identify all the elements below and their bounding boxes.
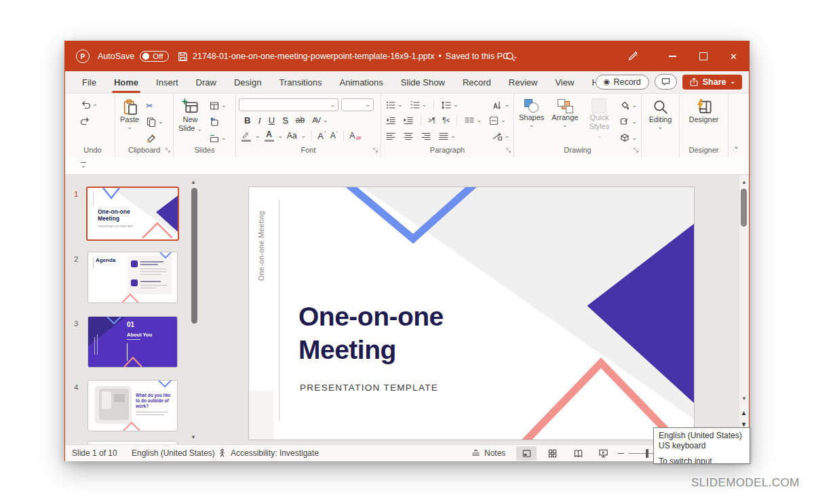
paragraph-dialog-launcher[interactable] <box>505 147 511 153</box>
zoom-slider-handle[interactable] <box>646 449 648 458</box>
collapse-ribbon-button[interactable]: ⌄ <box>733 142 739 151</box>
scroll-up-arrow[interactable]: ▲ <box>741 179 747 185</box>
bold-button[interactable]: B <box>244 116 250 125</box>
slide-sorter-view-button[interactable] <box>542 446 562 461</box>
increase-indent-button[interactable] <box>402 113 415 128</box>
slide-subtitle[interactable]: PRESENTATION TEMPLATE <box>300 383 438 393</box>
italic-button[interactable]: I <box>258 116 260 125</box>
close-button[interactable]: ✕ <box>718 41 749 71</box>
tab-review[interactable]: Review <box>500 71 547 93</box>
bullets-button[interactable]: ⌄ <box>384 98 404 112</box>
font-color-button[interactable]: A <box>265 130 274 142</box>
tab-animations[interactable]: Animations <box>331 71 392 93</box>
search-button[interactable] <box>495 41 525 71</box>
format-painter-button[interactable] <box>144 131 165 145</box>
quick-styles-button[interactable]: Quick Styles ⌄ <box>583 97 615 145</box>
shape-outline-button[interactable]: ⌄ <box>618 115 638 129</box>
zoom-out-button[interactable] <box>618 453 624 454</box>
font-size-combobox[interactable]: ⌄ <box>341 98 374 111</box>
ink-pen-button[interactable] <box>617 41 647 71</box>
accessibility-status[interactable]: Accessibility: Investigate <box>217 445 319 461</box>
font-dialog-launcher[interactable] <box>372 147 379 153</box>
ribbon-display-chevron-icon[interactable]: ⌄ <box>80 162 87 168</box>
previous-slide-button[interactable]: ▲ <box>741 409 748 416</box>
zoom-slider-track[interactable] <box>629 453 655 454</box>
align-left-button[interactable] <box>384 129 398 143</box>
tab-transitions[interactable]: Transitions <box>270 71 330 93</box>
highlight-color-button[interactable] <box>241 131 251 142</box>
cut-button[interactable]: ✂ <box>144 98 165 113</box>
tab-design[interactable]: Design <box>225 71 270 93</box>
comments-button[interactable] <box>655 74 677 90</box>
document-title[interactable]: 21748-01-one-on-one-meeting-powerpoint-t… <box>193 41 518 71</box>
decrease-font-size-button[interactable]: A <box>330 132 336 140</box>
align-center-button[interactable] <box>402 129 415 143</box>
section-button[interactable]: ⌄ <box>208 131 228 145</box>
numbering-button[interactable]: ⌄ <box>408 98 429 112</box>
reset-slide-button[interactable] <box>208 115 228 129</box>
slide-thumbnail-4[interactable]: What do you like to do outside of work? <box>88 380 178 431</box>
copy-button[interactable]: ⌄ <box>144 115 165 129</box>
slide-show-button[interactable] <box>593 446 613 461</box>
tab-slide-show[interactable]: Slide Show <box>392 71 454 93</box>
reading-view-button[interactable] <box>568 446 588 461</box>
normal-view-button[interactable] <box>516 446 537 461</box>
character-spacing-button[interactable]: AV <box>312 116 320 125</box>
slide-vertical-label[interactable]: One-on-one Meeting <box>257 198 265 281</box>
minimize-button[interactable] <box>657 41 688 71</box>
scrollbar-thumb[interactable] <box>741 189 747 227</box>
slide-layout-button[interactable]: ⌄ <box>208 98 228 113</box>
thumbnail-scroll-up-arrow[interactable]: ▲ <box>191 179 196 185</box>
align-text-button[interactable]: ⌄ <box>487 113 507 128</box>
save-icon[interactable] <box>177 51 189 62</box>
text-direction-button[interactable]: ⌄ <box>490 98 511 112</box>
thumbnail-scrollbar-thumb[interactable] <box>191 188 197 324</box>
autosave-toggle[interactable]: Off <box>140 51 169 62</box>
shape-fill-button[interactable]: ⌄ <box>618 98 638 113</box>
slide-title[interactable]: One-on-one Meeting <box>298 300 444 366</box>
slide-thumbnail-3[interactable]: 01 About You <box>88 316 178 368</box>
slide-thumbnail-1[interactable]: One-on-oneMeeting PRESENTATION TEMPLATE <box>86 187 179 241</box>
font-name-combobox[interactable]: ⌄ <box>239 98 338 111</box>
rtl-button[interactable]: ¶< <box>441 113 451 128</box>
slide-counter[interactable]: Slide 1 of 10 <box>72 445 117 461</box>
share-button[interactable]: Share ⌄ <box>682 75 742 90</box>
line-spacing-button[interactable]: ⌄ <box>440 98 460 112</box>
text-shadow-button[interactable]: S <box>282 116 288 125</box>
tab-home[interactable]: Home <box>105 71 147 93</box>
justify-button[interactable]: ⌄ <box>437 129 457 143</box>
tab-view[interactable]: View <box>546 71 583 93</box>
tab-record[interactable]: Record <box>454 71 500 93</box>
editing-button[interactable]: Editing ⌄ <box>647 97 674 132</box>
smartart-button[interactable]: ⌄ <box>490 129 511 143</box>
slide-canvas[interactable]: One-on-one Meeting One-on-one Meeting PR… <box>249 187 694 440</box>
shape-effects-button[interactable]: ⌄ <box>618 131 638 145</box>
designer-button[interactable]: Designer <box>686 97 720 125</box>
redo-button[interactable] <box>79 113 99 128</box>
arrange-button[interactable]: Arrange ⌄ <box>549 97 580 145</box>
change-case-button[interactable]: Aa <box>287 132 297 140</box>
ltr-button[interactable]: >¶ <box>427 113 437 128</box>
notes-button[interactable]: Notes <box>471 445 505 461</box>
scroll-down-arrow[interactable]: ▼ <box>741 395 747 402</box>
increase-font-size-button[interactable]: A <box>317 132 324 140</box>
shapes-button[interactable]: Shapes ⌄ <box>517 97 546 145</box>
underline-button[interactable]: U <box>269 116 275 125</box>
thumbnail-scroll-down-arrow[interactable]: ▼ <box>191 434 196 440</box>
slide-thumbnail-2[interactable]: Agenda <box>88 252 178 303</box>
tab-file[interactable]: File <box>73 71 105 93</box>
tab-insert[interactable]: Insert <box>147 71 187 93</box>
clipboard-dialog-launcher[interactable] <box>165 147 171 153</box>
align-right-button[interactable] <box>419 129 433 143</box>
maximize-button[interactable] <box>688 41 718 71</box>
language-indicator[interactable]: English (United States) <box>132 445 215 461</box>
new-slide-button[interactable]: New Slide ⌄ <box>176 97 204 145</box>
columns-button[interactable]: ⌄ <box>463 113 483 128</box>
clear-formatting-button[interactable]: A <box>349 132 355 140</box>
tab-draw[interactable]: Draw <box>187 71 225 93</box>
decrease-indent-button[interactable] <box>384 113 398 128</box>
undo-button[interactable]: ⌄ <box>79 97 99 111</box>
strikethrough-button[interactable]: ab <box>296 116 305 125</box>
paste-button[interactable]: Paste ⌄ <box>118 97 141 145</box>
record-button[interactable]: ◉ Record <box>596 75 649 90</box>
